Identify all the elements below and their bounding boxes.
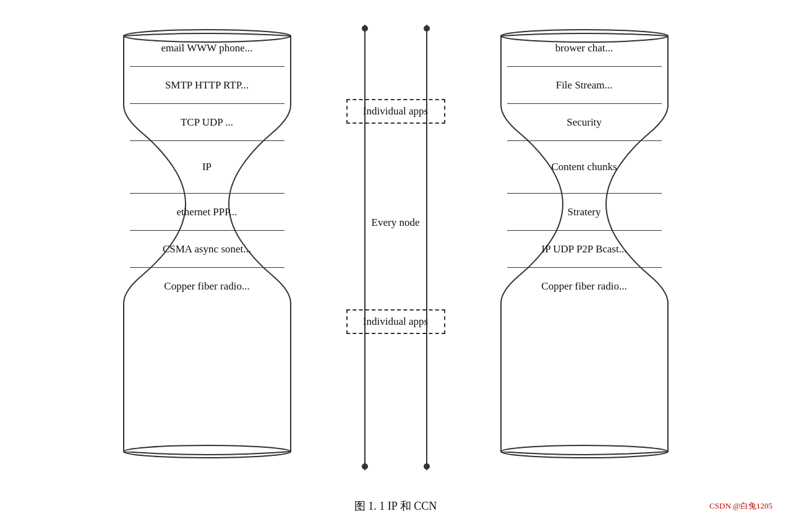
left-layer-1: SMTP HTTP RTP... bbox=[130, 67, 284, 104]
left-layer-0: email WWW phone... bbox=[130, 30, 284, 67]
right-layer-4: Stratery bbox=[507, 194, 662, 231]
footer: 图 1. 1 IP 和 CCN CSDN @白兔1205 bbox=[0, 499, 791, 513]
svg-point-9 bbox=[501, 445, 668, 458]
footer-credit: CSDN @白兔1205 bbox=[709, 500, 772, 512]
svg-point-4 bbox=[362, 25, 368, 32]
diagram-container: email WWW phone... SMTP HTTP RTP... TCP … bbox=[0, 0, 791, 532]
right-layers: brower chat... File Stream... Security C… bbox=[489, 30, 680, 305]
right-layer-0: brower chat... bbox=[507, 30, 662, 67]
middle-column: Individual apps Every node Individual ap… bbox=[328, 25, 464, 470]
left-layers: email WWW phone... SMTP HTTP RTP... TCP … bbox=[111, 30, 303, 305]
left-hourglass: email WWW phone... SMTP HTTP RTP... TCP … bbox=[111, 25, 303, 305]
left-layer-4: ethernet PPP... bbox=[130, 194, 284, 231]
middle-lines-svg bbox=[328, 25, 464, 470]
left-layer-6: Copper fiber radio... bbox=[130, 268, 284, 305]
left-layer-2: TCP UDP ... bbox=[130, 104, 284, 141]
middle-every-node: Every node bbox=[372, 217, 420, 229]
right-hourglass: brower chat... File Stream... Security C… bbox=[489, 25, 680, 305]
svg-point-7 bbox=[424, 463, 430, 470]
right-layer-3: Content chunks bbox=[507, 141, 662, 194]
middle-bottom-box: Individual apps bbox=[346, 309, 445, 334]
left-layer-5: CSMA async sonet... bbox=[130, 231, 284, 268]
right-layer-1: File Stream... bbox=[507, 67, 662, 104]
right-layer-5: IP UDP P2P Bcast... bbox=[507, 231, 662, 268]
svg-point-5 bbox=[424, 25, 430, 32]
svg-point-6 bbox=[362, 463, 368, 470]
right-layer-6: Copper fiber radio... bbox=[507, 268, 662, 305]
footer-title: 图 1. 1 IP 和 CCN bbox=[354, 499, 437, 513]
svg-point-1 bbox=[124, 445, 291, 458]
right-layer-2: Security bbox=[507, 104, 662, 141]
middle-top-box: Individual apps bbox=[346, 99, 445, 124]
left-layer-3: IP bbox=[130, 141, 284, 194]
